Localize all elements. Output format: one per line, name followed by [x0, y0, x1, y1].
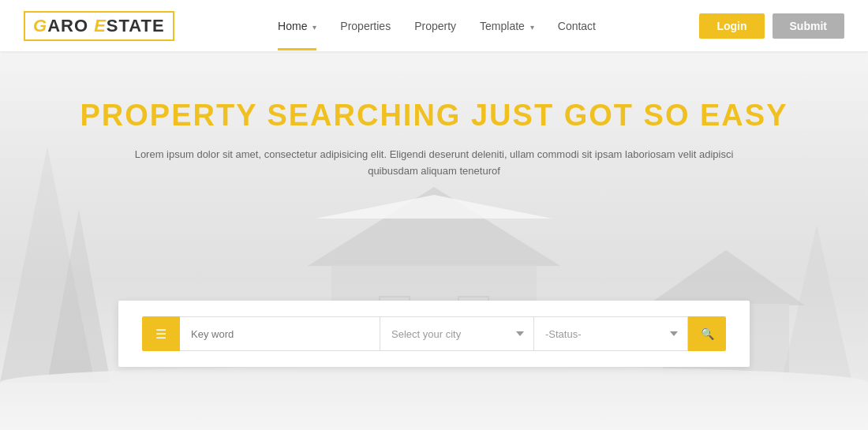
- menu-icon: ☰: [155, 327, 166, 342]
- login-button[interactable]: Login: [699, 13, 764, 39]
- search-button[interactable]: 🔍: [688, 316, 726, 351]
- nav-item-home[interactable]: Home ▾: [278, 19, 316, 33]
- hero-subtitle: Lorem ipsum dolor sit amet, consectetur …: [126, 147, 742, 180]
- template-arrow-icon: ▾: [530, 23, 534, 32]
- logo-g: G: [33, 16, 47, 36]
- home-arrow-icon: ▾: [312, 23, 316, 32]
- nav-link-contact[interactable]: Contact: [558, 20, 596, 32]
- hero-title: PROPERTY SEARCHING JUST GOT SO EASY: [0, 99, 868, 133]
- logo-state: STATE: [107, 16, 165, 36]
- nav-item-contact[interactable]: Contact: [558, 19, 596, 33]
- city-select[interactable]: Select your city New York Los Angeles Ch…: [380, 316, 534, 351]
- nav-buttons: Login Submit: [699, 13, 844, 39]
- search-bar-wrapper: ☰ Select your city New York Los Angeles …: [118, 301, 750, 367]
- logo-e: E: [94, 16, 107, 36]
- navbar: GARO ESTATE Home ▾ Properties Property T…: [0, 0, 868, 51]
- logo-aro: ARO: [47, 16, 94, 36]
- nav-item-properties[interactable]: Properties: [340, 19, 391, 33]
- submit-button[interactable]: Submit: [773, 13, 844, 39]
- status-select[interactable]: -Status- For Sale For Rent Sold: [534, 316, 688, 351]
- nav-item-template[interactable]: Template ▾: [480, 19, 534, 33]
- nav-links: Home ▾ Properties Property Template ▾ Co…: [278, 19, 596, 33]
- nav-item-property[interactable]: Property: [414, 19, 456, 33]
- nav-link-home[interactable]: Home ▾: [278, 20, 316, 32]
- nav-link-properties[interactable]: Properties: [340, 20, 391, 32]
- keyword-input[interactable]: [180, 316, 380, 351]
- hero-section: PROPERTY SEARCHING JUST GOT SO EASY Lore…: [0, 51, 868, 430]
- menu-icon-button[interactable]: ☰: [142, 316, 180, 351]
- nav-link-template[interactable]: Template ▾: [480, 20, 534, 32]
- logo[interactable]: GARO ESTATE: [24, 11, 174, 41]
- nav-link-property[interactable]: Property: [414, 20, 456, 32]
- hero-content: PROPERTY SEARCHING JUST GOT SO EASY Lore…: [0, 99, 868, 211]
- search-bar: ☰ Select your city New York Los Angeles …: [142, 316, 726, 351]
- search-icon: 🔍: [701, 327, 714, 340]
